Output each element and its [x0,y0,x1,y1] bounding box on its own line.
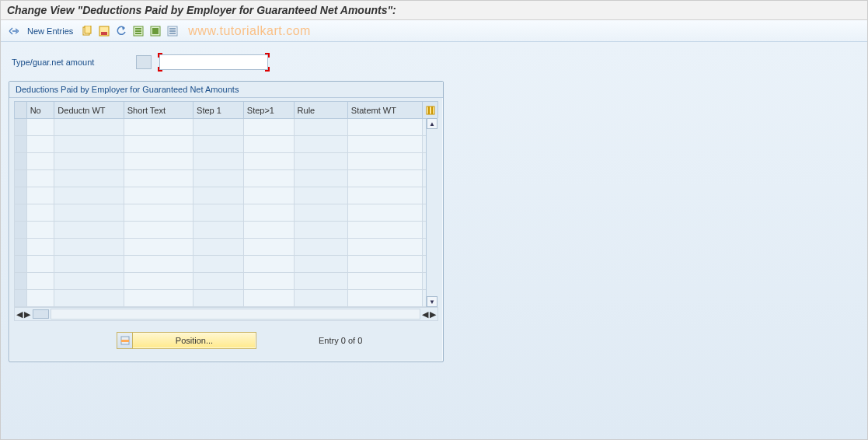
grid-cell[interactable] [26,273,54,290]
grid-cell[interactable] [294,153,347,170]
grid-cell[interactable] [193,290,244,307]
grid-cell[interactable] [124,204,193,222]
grid-cell[interactable] [124,187,193,204]
guar-net-input[interactable] [159,54,268,70]
scroll-down-icon[interactable]: ▼ [427,296,437,307]
grid-cell[interactable] [243,153,294,170]
scroll-up-icon[interactable]: ▲ [427,118,437,129]
scroll-left-icon[interactable]: ◀ [16,309,23,320]
grid-cell[interactable] [193,204,244,222]
grid-cell[interactable] [243,239,294,256]
vertical-scrollbar[interactable]: ▲ ▼ [426,118,438,307]
grid-cell[interactable] [193,170,244,187]
col-rule[interactable]: Rule [294,102,347,119]
grid-cell[interactable] [124,290,193,307]
grid-cell[interactable] [193,273,244,290]
grid-cell[interactable] [243,136,294,153]
grid-cell[interactable] [54,136,124,153]
grid-cell[interactable] [347,290,422,307]
grid-cell[interactable] [26,256,54,273]
grid-cell[interactable] [347,187,422,204]
row-selector[interactable] [15,136,27,153]
grid-cell[interactable] [54,222,124,239]
grid-cell[interactable] [347,256,422,273]
grid-cell[interactable] [54,187,124,204]
row-selector[interactable] [15,273,27,290]
grid-cell[interactable] [243,170,294,187]
grid-cell[interactable] [54,170,124,187]
grid-cell[interactable] [124,170,193,187]
grid-cell[interactable] [54,204,124,222]
grid-cell[interactable] [26,290,54,307]
row-selector[interactable] [15,256,27,273]
grid-cell[interactable] [26,119,54,136]
grid-cell[interactable] [193,239,244,256]
grid-cell[interactable] [243,256,294,273]
row-selector[interactable] [15,290,27,307]
grid-cell[interactable] [243,119,294,136]
row-selector[interactable] [15,222,27,239]
grid-cell[interactable] [26,136,54,153]
grid-cell[interactable] [243,187,294,204]
grid-cell[interactable] [26,222,54,239]
row-selector[interactable] [15,187,27,204]
grid-cell[interactable] [26,153,54,170]
grid-cell[interactable] [54,290,124,307]
grid-cell[interactable] [294,256,347,273]
toggle-icon[interactable] [7,25,19,37]
grid-cell[interactable] [347,204,422,222]
hscroll-thumb[interactable] [33,309,49,319]
grid-cell[interactable] [26,239,54,256]
grid-cell[interactable] [193,187,244,204]
grid-cell[interactable] [26,170,54,187]
row-selector[interactable] [15,170,27,187]
grid-cell[interactable] [294,119,347,136]
new-entries-button[interactable]: New Entries [24,26,76,36]
col-step-gt1[interactable]: Step>1 [243,102,294,119]
grid-cell[interactable] [26,187,54,204]
grid-cell[interactable] [124,136,193,153]
deselect-all-icon[interactable] [166,25,179,37]
grid-cell[interactable] [294,273,347,290]
grid-cell[interactable] [347,136,422,153]
grid-cell[interactable] [124,119,193,136]
col-step1[interactable]: Step 1 [193,102,244,119]
grid-cell[interactable] [124,256,193,273]
grid-cell[interactable] [193,256,244,273]
grid-cell[interactable] [54,273,124,290]
grid-cell[interactable] [243,273,294,290]
grid-cell[interactable] [294,222,347,239]
grid-cell[interactable] [243,222,294,239]
grid-cell[interactable] [54,153,124,170]
header-row-selector[interactable] [15,102,27,119]
grid-cell[interactable] [347,239,422,256]
grid-cell[interactable] [243,290,294,307]
grid-cell[interactable] [124,153,193,170]
grid-cell[interactable] [193,222,244,239]
grid-cell[interactable] [124,239,193,256]
configure-columns-icon[interactable] [422,102,437,119]
row-selector[interactable] [15,204,27,222]
grid-cell[interactable] [294,170,347,187]
grid-cell[interactable] [294,239,347,256]
grid-cell[interactable] [193,153,244,170]
scroll-right-step-icon[interactable]: ▶ [24,309,30,320]
grid-cell[interactable] [243,204,294,222]
grid-cell[interactable] [124,273,193,290]
grid-cell[interactable] [294,204,347,222]
horizontal-scrollbar[interactable]: ◀ ▶ ◀ ▶ [14,307,438,321]
col-no[interactable]: No [26,102,54,119]
copy-icon[interactable] [81,25,93,37]
grid-cell[interactable] [193,119,244,136]
grid-cell[interactable] [54,239,124,256]
position-button[interactable]: Position... [117,332,256,349]
col-deductn-wt[interactable]: Deductn WT [54,102,124,119]
row-selector[interactable] [15,153,27,170]
scroll-right-icon[interactable]: ▶ [430,309,436,320]
row-selector[interactable] [15,239,27,256]
grid-cell[interactable] [54,256,124,273]
scroll-left2-icon[interactable]: ◀ [422,309,428,320]
select-all-icon[interactable] [132,25,145,37]
grid-cell[interactable] [54,119,124,136]
hscroll-track[interactable] [51,309,420,320]
